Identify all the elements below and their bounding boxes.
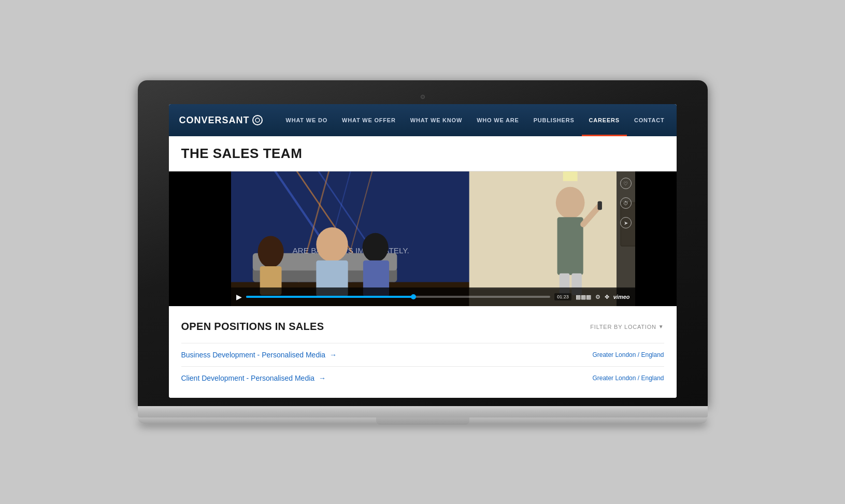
logo-text: CONVERSANT [179,115,250,126]
svg-point-0 [253,116,262,125]
laptop-base [138,406,708,417]
nav-links: WHAT WE DO WHAT WE OFFER WHAT WE KNOW WH… [279,104,677,136]
svg-point-15 [316,227,348,262]
nav-who-we-are[interactable]: WHO WE ARE [469,104,526,136]
svg-point-1 [255,118,260,122]
video-placeholder: ARE BAD NEWS IMMEDIATELY. [231,171,635,306]
nav-contact[interactable]: CONTACT [627,104,672,136]
camera [421,95,425,99]
navbar: CONVERSANT WHAT WE DO WHAT WE OFFER WHAT… [169,104,677,136]
chevron-down-icon: ▼ [658,324,664,329]
nav-what-we-do[interactable]: WHAT WE DO [279,104,335,136]
progress-bar[interactable] [246,296,551,298]
circle-logo-icon [252,114,263,126]
video-container[interactable]: ARE BAD NEWS IMMEDIATELY. [231,171,635,306]
nav-publishers[interactable]: PUBLISHERS [526,104,582,136]
nav-what-we-know[interactable]: WHAT WE KNOW [403,104,469,136]
svg-rect-28 [597,201,601,210]
page-title: THE SALES TEAM [181,146,664,162]
laptop-frame: CONVERSANT WHAT WE DO WHAT WE OFFER WHAT… [138,80,708,424]
watch-later-icon[interactable]: ⏱ [620,197,632,209]
position-link-2[interactable]: Client Development - Personalised Media … [181,374,326,382]
svg-rect-24 [557,217,583,275]
video-section: ARE BAD NEWS IMMEDIATELY. [169,171,677,306]
positions-title: OPEN POSITIONS IN SALES [181,321,324,333]
volume-icon[interactable]: ▩▩▩ [576,294,591,300]
position-title-1: Business Development - Personalised Medi… [181,351,326,359]
nav-careers[interactable]: CAREERS [582,104,627,136]
position-location-2: Greater London / England [592,375,664,382]
play-button[interactable]: ▶ [236,293,242,301]
video-right-black [635,171,677,306]
position-link-1[interactable]: Business Development - Personalised Medi… [181,351,337,359]
settings-icon[interactable]: ⚙ [595,294,600,300]
search-icon[interactable]: 🔍 [672,116,677,125]
browser-screen: CONVERSANT WHAT WE DO WHAT WE OFFER WHAT… [169,104,677,398]
share-icon[interactable]: ➤ [620,217,632,228]
video-scene-svg: ARE BAD NEWS IMMEDIATELY. [231,171,635,306]
table-row: Client Development - Personalised Media … [181,366,664,390]
table-row: Business Development - Personalised Medi… [181,343,664,366]
screen-bezel: CONVERSANT WHAT WE DO WHAT WE OFFER WHAT… [138,80,708,406]
filter-button[interactable]: FILTER BY LOCATION ▼ [590,324,664,330]
video-sidebar-icons: ♡ ⏱ ➤ [617,171,635,306]
vimeo-logo: vimeo [613,294,630,300]
video-controls: ▶ 01:23 ▩▩▩ ⚙ ✥ vimeo [231,287,635,306]
page-title-bar: THE SALES TEAM [169,136,677,171]
progress-fill [246,296,413,298]
progress-thumb [411,294,416,299]
positions-section: OPEN POSITIONS IN SALES FILTER BY LOCATI… [169,306,677,398]
svg-rect-19 [469,171,635,306]
svg-rect-22 [563,171,577,181]
like-icon[interactable]: ♡ [620,178,632,189]
filter-label: FILTER BY LOCATION [590,324,656,330]
video-left-black [169,171,231,306]
nav-what-we-offer[interactable]: WHAT WE OFFER [335,104,403,136]
svg-point-23 [555,187,584,219]
arrow-icon-1: → [330,351,337,359]
positions-header: OPEN POSITIONS IN SALES FILTER BY LOCATI… [181,321,664,333]
position-title-2: Client Development - Personalised Media [181,374,315,382]
svg-point-13 [257,236,283,267]
position-location-1: Greater London / England [592,351,664,358]
time-display: 01:23 [554,293,571,300]
logo[interactable]: CONVERSANT [179,114,263,126]
fullscreen-icon[interactable]: ✥ [605,294,609,300]
svg-point-17 [362,233,388,262]
arrow-icon-2: → [319,374,326,382]
